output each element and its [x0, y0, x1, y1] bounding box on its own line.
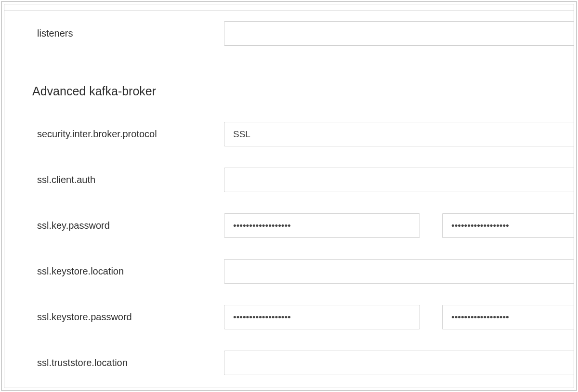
config-content: listeners Advanced kafka-broker security…	[4, 10, 574, 388]
security-inter-broker-protocol-input[interactable]	[224, 122, 574, 146]
ssl-truststore-password-row: ssl.truststore.password	[37, 386, 574, 388]
ssl-client-auth-input-area	[224, 168, 574, 192]
section-heading-advanced-kafka-broker: Advanced kafka-broker	[32, 56, 574, 111]
security-inter-broker-protocol-label: security.inter.broker.protocol	[37, 129, 224, 140]
ssl-truststore-location-input[interactable]	[224, 351, 574, 375]
ssl-client-auth-row: ssl.client.auth	[37, 157, 574, 203]
ssl-key-password-row: ssl.key.password	[37, 203, 574, 248]
listeners-label: listeners	[37, 28, 224, 39]
ssl-key-password-label: ssl.key.password	[37, 220, 224, 231]
ssl-truststore-location-row: ssl.truststore.location	[37, 340, 574, 386]
ssl-keystore-location-input-area	[224, 259, 574, 284]
ssl-truststore-location-input-area	[224, 351, 574, 375]
security-inter-broker-protocol-input-area	[224, 122, 574, 146]
ssl-key-password-input[interactable]	[224, 213, 420, 238]
security-inter-broker-protocol-row: security.inter.broker.protocol	[37, 111, 574, 157]
listeners-input-area	[224, 21, 574, 46]
listeners-row: listeners	[37, 11, 574, 56]
ssl-client-auth-label: ssl.client.auth	[37, 174, 224, 185]
listeners-input[interactable]	[224, 21, 574, 46]
ssl-client-auth-input[interactable]	[224, 168, 574, 192]
ssl-keystore-location-label: ssl.keystore.location	[37, 266, 224, 277]
ssl-keystore-password-confirm-input[interactable]	[442, 305, 574, 329]
ssl-keystore-password-label: ssl.keystore.password	[37, 312, 224, 323]
ssl-key-password-input-area	[224, 213, 574, 238]
inner-frame: listeners Advanced kafka-broker security…	[4, 4, 574, 388]
ssl-truststore-location-label: ssl.truststore.location	[37, 357, 224, 368]
ssl-keystore-password-row: ssl.keystore.password	[37, 294, 574, 340]
ssl-key-password-confirm-input[interactable]	[442, 213, 574, 238]
outer-frame: listeners Advanced kafka-broker security…	[1, 1, 577, 391]
ssl-keystore-location-row: ssl.keystore.location	[37, 248, 574, 294]
ssl-keystore-password-input-area	[224, 305, 574, 329]
ssl-keystore-location-input[interactable]	[224, 259, 574, 284]
ssl-keystore-password-input[interactable]	[224, 305, 420, 329]
